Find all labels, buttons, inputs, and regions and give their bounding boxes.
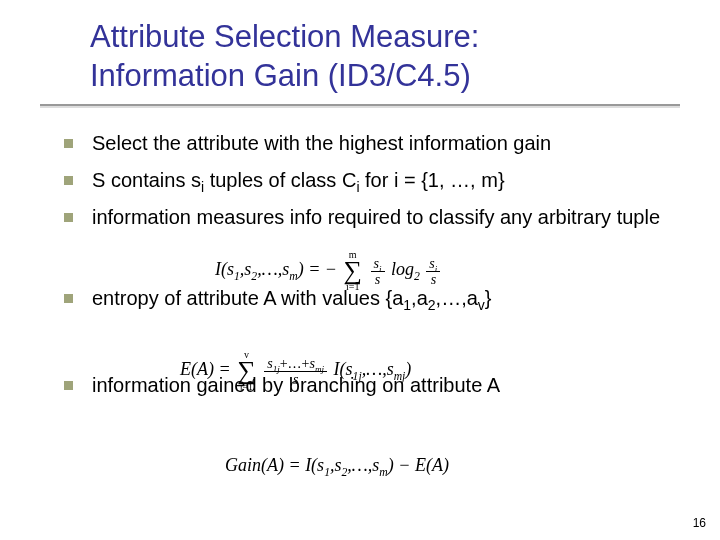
bullet-text: S contains si tuples of class Ci for i =… xyxy=(92,169,505,191)
title-line-2: Information Gain (ID3/C4.5) xyxy=(90,58,471,93)
sigma-icon: v ∑ j=1 xyxy=(237,350,256,392)
slide: Attribute Selection Measure: Information… xyxy=(0,0,720,540)
bullet-icon xyxy=(64,176,73,185)
fraction: si s xyxy=(426,256,440,287)
page-number: 16 xyxy=(693,516,706,530)
bullet-icon xyxy=(64,381,73,390)
formula-gain: Gain(A) = I(s1,s2,…,sm) − E(A) xyxy=(225,455,449,476)
bullet-icon xyxy=(64,139,73,148)
bullet-item-3: information measures info required to cl… xyxy=(60,204,670,231)
slide-title: Attribute Selection Measure: Information… xyxy=(90,18,650,96)
fraction: si s xyxy=(371,256,385,287)
formula-entropy: E(A) = v ∑ j=1 s1j+…+smj s I(s1j,…,smj) xyxy=(180,350,411,392)
formula-information: I(s1,s2,…,sm) = − m ∑ i=1 si s log2 si s xyxy=(215,250,442,292)
bullet-item-1: Select the attribute with the highest in… xyxy=(60,130,670,157)
fraction: s1j+…+smj s xyxy=(264,356,327,387)
title-line-1: Attribute Selection Measure: xyxy=(90,19,479,54)
title-underline xyxy=(40,104,680,108)
sigma-icon: m ∑ i=1 xyxy=(343,250,362,292)
bullet-icon xyxy=(64,294,73,303)
bullet-text: Select the attribute with the highest in… xyxy=(92,132,551,154)
bullet-item-2: S contains si tuples of class Ci for i =… xyxy=(60,167,670,194)
bullet-icon xyxy=(64,213,73,222)
bullet-text: information measures info required to cl… xyxy=(92,206,660,228)
